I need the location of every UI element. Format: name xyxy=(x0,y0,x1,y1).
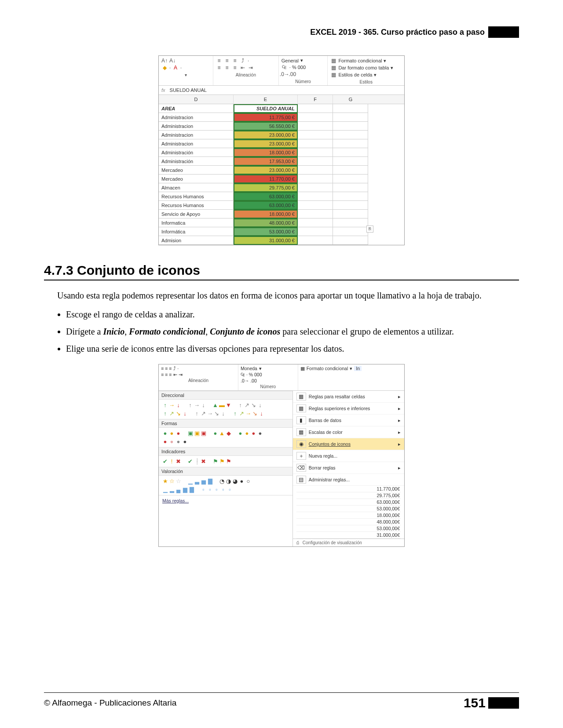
iconset-4bars[interactable]: ▁▃▅▇ xyxy=(187,478,213,484)
menu-data-bars[interactable]: ▮Barras de datos ▸ xyxy=(293,415,404,426)
cell-value[interactable]: 63.000,00 € xyxy=(234,201,298,210)
cell-area[interactable]: Mercadeo xyxy=(159,166,234,175)
cell-empty[interactable] xyxy=(298,139,333,148)
cell-value[interactable]: 56.550,00 € xyxy=(234,122,298,131)
cell-value[interactable]: 53.000,00 € xyxy=(234,227,298,236)
conditional-format-button[interactable]: Formato condicional xyxy=(338,58,382,63)
iconset-5bars[interactable]: ▁▂▄▆▇ xyxy=(162,487,194,492)
fill-color-icon[interactable]: ◆ xyxy=(161,65,168,71)
cell-value[interactable]: 31.000,00 € xyxy=(234,236,298,245)
cell-value[interactable]: 23.000,00 € xyxy=(234,166,298,175)
col-f[interactable]: F xyxy=(298,95,333,104)
cell-area[interactable]: Administracion xyxy=(159,139,234,148)
iconset-3tri[interactable]: ▲▬▼ xyxy=(212,402,231,408)
cell-value[interactable]: 29.775,00 € xyxy=(234,183,298,192)
cell-empty[interactable] xyxy=(298,148,333,157)
cell-empty[interactable] xyxy=(333,139,368,148)
menu-highlight-cells[interactable]: ▦Reglas para resaltar celdas ▸ xyxy=(293,391,404,403)
cell-value[interactable]: 23.000,00 € xyxy=(234,131,298,139)
cell-area[interactable]: Informatica xyxy=(159,218,234,227)
cell-empty[interactable] xyxy=(333,218,368,227)
orientation-icon[interactable]: ⤴ xyxy=(240,58,246,64)
number-format-dropdown[interactable]: Moneda xyxy=(241,366,257,371)
iconset-5arrows[interactable]: ↑↗→↘↓ xyxy=(194,411,226,416)
cell-area[interactable]: Recursos Humanos xyxy=(159,201,234,210)
cell-area[interactable]: Admision xyxy=(159,236,234,245)
cell-value[interactable]: 48.000,00 € xyxy=(234,218,298,227)
decrease-decimal-icon[interactable]: .00 xyxy=(289,71,296,77)
cell-empty[interactable] xyxy=(298,131,333,139)
cell-empty[interactable] xyxy=(333,192,368,201)
menu-clear-rules[interactable]: ⌫Borrar reglas ▸ xyxy=(293,462,404,474)
iconset-3lights[interactable]: ●●● xyxy=(162,430,181,436)
cell-empty[interactable] xyxy=(333,104,368,113)
cell-value[interactable]: 11.775,00 € xyxy=(234,113,298,122)
iconset-3signs[interactable]: ●▲◆ xyxy=(212,430,231,436)
font-color-icon[interactable]: A xyxy=(172,65,179,71)
cell-area[interactable]: Recursos Humanos xyxy=(159,192,234,201)
format-table-icon[interactable]: ▦ xyxy=(330,65,336,71)
cell-styles-button[interactable]: Estilos de celda xyxy=(338,72,372,77)
cell-area[interactable]: Mercadeo xyxy=(159,175,234,183)
cell-value[interactable]: 18.000,00 € xyxy=(234,148,298,157)
cell-value[interactable]: 18.000,00 € xyxy=(234,210,298,218)
more-rules-link[interactable]: Más reglas... xyxy=(159,495,292,506)
cell-value[interactable]: 23.000,00 € xyxy=(234,139,298,148)
iconset-3arrows-gray[interactable]: ↑→↓ xyxy=(187,402,206,408)
align-icon[interactable]: ≡ ≡ ≡ xyxy=(161,366,172,371)
menu-color-scales[interactable]: ▦Escalas de color ▸ xyxy=(293,426,404,438)
font-size-down-icon[interactable]: A↓ xyxy=(169,58,175,64)
cell-area[interactable]: Administración xyxy=(159,157,234,166)
cell-empty[interactable] xyxy=(298,166,333,175)
conditional-format-icon[interactable]: ▦ xyxy=(300,366,305,371)
iconset-3lights-rimmed[interactable]: ▣▣▣ xyxy=(187,430,206,436)
iconset-3flags[interactable]: ⚑⚑⚑ xyxy=(212,459,231,464)
iconset-redblack[interactable]: ●●●● xyxy=(162,439,188,444)
iconset-4lights[interactable]: ●●●● xyxy=(238,430,263,436)
iconset-5arrows-color[interactable]: ↑↗→↘↓ xyxy=(232,411,264,416)
cell-area[interactable]: Administracion xyxy=(159,113,234,122)
indent-icon[interactable]: ⇤ ⇥ xyxy=(173,372,183,377)
cell-empty[interactable] xyxy=(298,236,333,245)
cell-empty[interactable] xyxy=(298,210,333,218)
font-size-up-icon[interactable]: A↑ xyxy=(161,58,168,64)
dialog-launcher-icon[interactable]: ▾ xyxy=(161,72,210,77)
cell-empty[interactable] xyxy=(298,113,333,122)
col-g[interactable]: G xyxy=(333,95,368,104)
align-left-icon[interactable]: ≡ xyxy=(216,65,222,71)
cell-area[interactable]: Informática xyxy=(159,227,234,236)
cell-empty[interactable] xyxy=(298,122,333,131)
cell-area[interactable]: Administracion xyxy=(159,122,234,131)
formula-bar[interactable]: fx SUELDO ANUAL xyxy=(159,86,404,95)
indent-left-icon[interactable]: ⇤ xyxy=(240,65,246,71)
cell-area[interactable]: Administracion xyxy=(159,131,234,139)
iconset-4arrows-color[interactable]: ↑↗↘↓ xyxy=(162,411,188,416)
align-top-icon[interactable]: ≡ xyxy=(216,58,222,64)
cell-empty[interactable] xyxy=(333,175,368,183)
conditional-format-button[interactable]: Formato condicional xyxy=(307,366,348,371)
increase-decimal-icon[interactable]: .0→ xyxy=(282,71,288,77)
col-e[interactable]: E xyxy=(234,95,298,104)
menu-top-bottom[interactable]: ▦Reglas superiores e inferiores ▸ xyxy=(293,403,404,415)
cell-empty[interactable] xyxy=(298,218,333,227)
cell-area[interactable]: Almacen xyxy=(159,183,234,192)
currency-icon[interactable]: ₠ · % 000 xyxy=(241,372,262,377)
cell-area[interactable]: Administración xyxy=(159,148,234,157)
smart-tag-icon[interactable]: ⎘ xyxy=(366,226,373,233)
cell-empty[interactable] xyxy=(298,157,333,166)
align-center-icon[interactable]: ≡ xyxy=(224,65,230,71)
currency-icon[interactable]: ₠ xyxy=(282,64,288,70)
cell-value[interactable]: 11.770,00 € xyxy=(234,175,298,183)
cell-empty[interactable] xyxy=(333,148,368,157)
fx-icon[interactable]: fx xyxy=(161,87,165,93)
cell-styles-icon[interactable]: ▦ xyxy=(330,72,336,78)
iconset-3stars[interactable]: ★☆☆ xyxy=(162,478,181,484)
col-d[interactable]: D xyxy=(159,95,234,104)
formula-content[interactable]: SUELDO ANUAL xyxy=(170,87,207,93)
iconset-3symbols-circle[interactable]: ✔!✖ xyxy=(162,459,181,464)
cell-empty[interactable] xyxy=(333,131,368,139)
cell-empty[interactable] xyxy=(298,192,333,201)
cell-empty[interactable] xyxy=(333,210,368,218)
conditional-format-icon[interactable]: ▦ xyxy=(330,58,336,64)
iconset-3arrows[interactable]: ↑→↓ xyxy=(162,402,181,408)
